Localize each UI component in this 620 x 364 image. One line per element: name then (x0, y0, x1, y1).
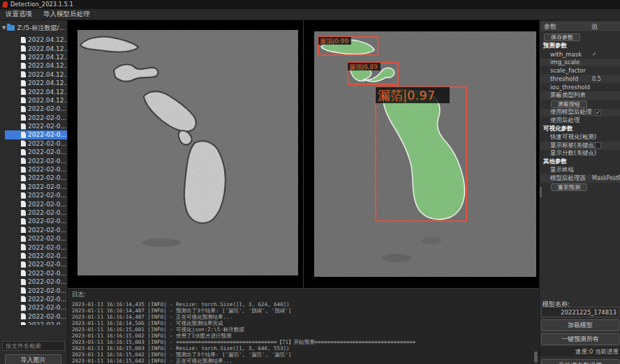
tree-item[interactable]: 2022-02-0... (5, 269, 67, 278)
tree-item[interactable]: 2022-02-0... (5, 321, 67, 325)
tree-item[interactable]: 2022-02-0... (5, 114, 67, 122)
param-row[interactable]: 显示终端 (540, 166, 620, 174)
tree-item-label: 2022-02-0... (28, 296, 66, 303)
model-name-field[interactable]: 20221225_174813 (541, 307, 619, 317)
dark-smudge (142, 238, 181, 247)
tree-item-label: 2022-02-0... (28, 313, 66, 320)
prediction-image-panel[interactable]: 漏箔|0.99 漏箔|0.89 漏箔|0.97 (314, 31, 536, 277)
tree-item[interactable]: 2022-02-0... (5, 122, 67, 130)
tree-item[interactable]: 2022.04.12... (5, 44, 67, 52)
tree-item[interactable]: 2022-02-0... (5, 208, 67, 217)
tree-item[interactable]: 2022-02-0... (5, 286, 67, 294)
tree-item[interactable]: 2022-02-0... (5, 252, 67, 260)
param-row[interactable]: 屏蔽类型列表 (540, 91, 620, 100)
tree-item[interactable]: 2022-02-0... (5, 295, 67, 303)
param-section-header[interactable]: 其他参数 (540, 158, 620, 166)
param-row[interactable]: scale_factor (540, 66, 620, 75)
predict-all-button[interactable]: 一键预测所有 (541, 333, 619, 345)
tree-item[interactable]: 2022-02-0... (5, 312, 67, 321)
tree-item[interactable]: 2022-02-0... (5, 303, 67, 312)
log-panel: 日志: 2023-01-11 16:16:14,435 |INFO| - Res… (68, 288, 539, 364)
param-row[interactable]: with_mask✓ (540, 50, 620, 59)
tree-item[interactable]: 2022-02-0... (5, 217, 67, 225)
search-input[interactable] (2, 341, 65, 351)
param-label: 显示分数(关键点) (550, 149, 596, 158)
tree-item-label: 2022-02-0... (28, 123, 66, 130)
param-button[interactable]: 保存参数 (544, 33, 580, 41)
tree-item[interactable]: 2022-02-0... (5, 148, 67, 156)
param-row[interactable]: threshold0.5 (540, 75, 620, 83)
param-row[interactable]: 显示标签(关键点) (540, 142, 620, 150)
param-value[interactable]: ✓ (592, 51, 597, 57)
log-line: 2023-01-11 16:16:14,506 |INFO| - 可视化预测结果… (72, 320, 539, 326)
tree-item[interactable]: 2022-02-0... (5, 243, 67, 251)
tree-item-label: 2022-02-0... (28, 287, 66, 294)
tree-item[interactable]: 2022-02-0... (5, 183, 67, 191)
menu-item-1[interactable]: 设置选项 (6, 10, 32, 19)
param-row[interactable]: 使用后处理 (540, 116, 620, 125)
file-icon (21, 97, 26, 103)
file-icon (21, 279, 26, 285)
log-line: 2023-01-11 16:16:15,042 |INFO| - 预测出了3个结… (72, 351, 539, 358)
param-section-header[interactable]: 可视化参数 (540, 125, 620, 133)
tree-item[interactable]: 2022.04.12... (5, 79, 67, 87)
param-value[interactable]: MaskPostPro (592, 175, 620, 181)
postprocess-settings-button[interactable]: 后处理参数设置 (541, 359, 619, 364)
tree-item[interactable]: 2022-02-0... (5, 278, 67, 286)
app-window: Detection_2023.1.5.1 设置选项导入模型后处理 ▼ Z:/5-… (0, 0, 620, 364)
original-image-panel[interactable] (78, 30, 298, 275)
checkbox-empty-icon[interactable] (595, 142, 601, 149)
tree-item[interactable]: 2022.04.12... (5, 70, 67, 79)
param-row-button[interactable]: 屏蔽按钮 (540, 100, 620, 109)
log-scrollbar-thumb[interactable] (534, 351, 538, 363)
tree-item[interactable]: 2022-02-0... (5, 226, 67, 234)
log-title: 日志: (72, 291, 539, 299)
param-label: 快速可视化(检测) (550, 133, 596, 142)
file-icon (21, 114, 26, 121)
tree-item[interactable]: 2022-02-0... (5, 174, 67, 182)
param-section-header[interactable]: 预测参数 (540, 42, 620, 50)
param-row[interactable]: iou_threshold (540, 83, 620, 91)
param-row-button[interactable]: 保存参数 (540, 33, 620, 42)
param-row[interactable]: 模型后处理器MaskPostPro (540, 174, 620, 183)
file-icon (21, 183, 26, 190)
tree-item[interactable]: 2022-02-0... (5, 191, 67, 199)
param-button[interactable]: 屏蔽按钮 (551, 100, 587, 108)
param-value[interactable]: 0.5 (592, 76, 601, 82)
param-row-button[interactable]: 重新预测 (540, 183, 620, 192)
original-image-canvas (78, 30, 298, 275)
checkbox-checked-icon[interactable]: ✓ (595, 109, 601, 116)
param-row[interactable]: 快速可视化(检测) (540, 133, 620, 142)
viewer-split-divider[interactable] (303, 20, 304, 288)
tree-item[interactable]: 2022.04.12... (5, 61, 67, 70)
tree-item[interactable]: 2022-02-0... (5, 260, 67, 268)
tree-item[interactable]: 2022-02-0... (5, 156, 67, 165)
tree-item[interactable]: 2022.04.12... (5, 87, 67, 96)
tree-item[interactable]: 2022-02-0... (5, 139, 67, 148)
param-row[interactable]: 显示分数(关键点) (540, 150, 620, 158)
param-button[interactable]: 重新预测 (551, 183, 587, 191)
log-line: 2023-01-11 16:16:14,435 |INFO| - Resize:… (72, 301, 539, 308)
tree-item-label: 2022.04.12... (28, 97, 67, 104)
tree-item[interactable]: 2022-02-0... (5, 105, 67, 113)
tree-item[interactable]: 2022.04.12... (5, 36, 67, 44)
tree-item-label: 2022-02-0... (28, 183, 66, 190)
tree-item[interactable]: 2022-02-0... (5, 165, 67, 174)
tree-item[interactable]: 2022.04.12... (5, 53, 67, 61)
params-panel: 参数 值 保存参数预测参数with_mask✓img_scalescale_fa… (539, 20, 620, 364)
param-row[interactable]: 使用模型后处理✓ (540, 109, 620, 117)
import-images-button[interactable]: 导入图片 (5, 354, 61, 364)
chevron-down-icon: ▼ (2, 25, 6, 31)
param-row[interactable]: img_scale (540, 59, 620, 67)
tree-item[interactable]: 2022-02-0... (5, 234, 67, 243)
tree-item[interactable]: 2022.04.12... (5, 96, 67, 105)
load-model-button[interactable]: 加载模型 (541, 319, 619, 331)
menu-item-2[interactable]: 导入模型后处理 (43, 10, 90, 19)
tree-item-label: 2022-02-0... (28, 192, 66, 199)
tree-root-node[interactable]: ▼ Z:/5-标注数据/... (0, 23, 67, 33)
tree-item[interactable]: 2022-02-0... (5, 130, 67, 139)
title-bar: Detection_2023.1.5.1 (0, 0, 620, 9)
tree-item[interactable]: 2022-02-0... (5, 199, 67, 208)
file-icon (21, 287, 26, 294)
file-icon (21, 158, 26, 164)
